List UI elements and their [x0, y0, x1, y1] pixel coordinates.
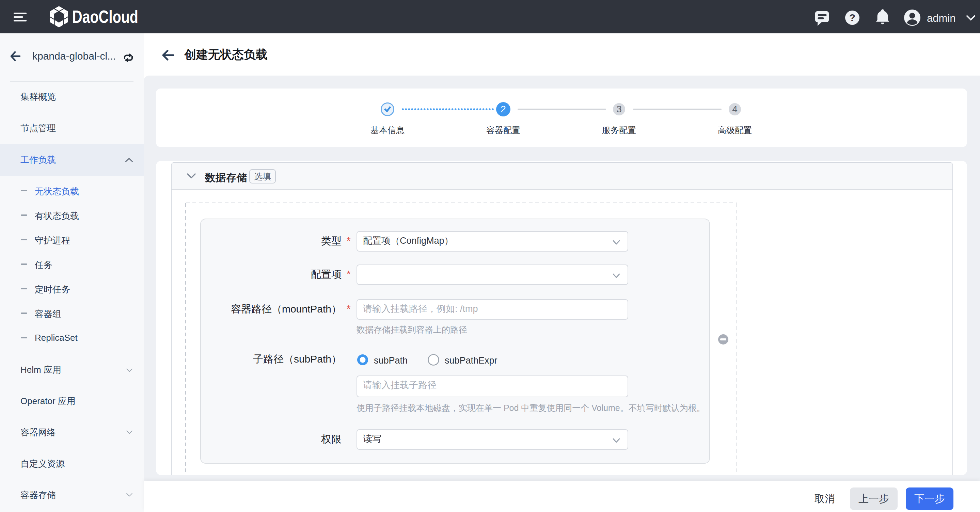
svg-text:?: ? [849, 12, 855, 23]
